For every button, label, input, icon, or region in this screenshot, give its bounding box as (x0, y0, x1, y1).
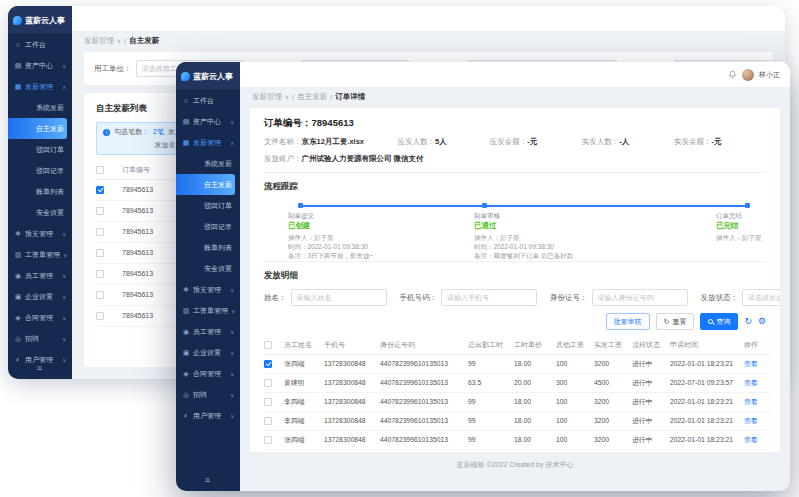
gear-icon[interactable]: ⚙ (758, 317, 766, 326)
cell-hours: 99 (468, 430, 514, 449)
sidebar-item[interactable]: ▤ 资产中心 ∨ (8, 55, 72, 76)
row-checkbox[interactable] (264, 398, 272, 406)
view-link[interactable]: 查看 (744, 398, 758, 405)
row-checkbox[interactable] (96, 207, 104, 215)
sidebar-item[interactable]: ▥ 工资单管理 ∨ (176, 300, 240, 321)
divider (264, 172, 766, 173)
sidebar-item[interactable]: 安全设置 (176, 258, 240, 279)
collapse-sidebar-icon[interactable]: ≡ (8, 363, 72, 373)
row-checkbox[interactable] (264, 360, 272, 368)
sidebar-item[interactable]: ◐ 用户管理 ∨ (176, 405, 240, 426)
sidebar-item[interactable]: ⌂ 工作台 (176, 90, 240, 111)
footer-text: 蓝薪模板 ©2022 Created by 技术中心 (250, 452, 780, 470)
row-checkbox[interactable] (96, 270, 104, 278)
row-checkbox[interactable] (96, 312, 104, 320)
breadcrumb-mid[interactable]: 自主发薪 (297, 92, 327, 102)
column-header: 其他工资 (556, 336, 594, 354)
bell-icon[interactable] (728, 70, 737, 79)
collapse-sidebar-icon[interactable]: ≡ (176, 475, 240, 485)
table-row[interactable]: 张四端 13728300848 440782399610135013 99 18… (264, 354, 770, 373)
cell-actual-pay: 4500 (594, 373, 632, 392)
sidebar-item-label: 企业设置 (25, 292, 53, 302)
table-row[interactable]: 李四端 13728300848 440782399610135013 99 18… (264, 411, 770, 430)
timeline-step: 制单提交 已创建 操作人：彭子星 时间：2022-01-01 09:38:30 … (288, 211, 373, 260)
cell-status: 进行中 (632, 430, 670, 449)
batch-audit-button[interactable]: 批量审核 (606, 313, 650, 330)
cell-employee-name: 黄继明 (284, 373, 324, 392)
row-checkbox[interactable] (96, 186, 104, 194)
sidebar-item[interactable]: 账单列表 (8, 181, 72, 202)
breadcrumb-separator: / (292, 93, 294, 102)
view-link[interactable]: 查看 (744, 360, 758, 367)
sidebar-item[interactable]: ❖ 预支管理 ∨ (176, 279, 240, 300)
row-checkbox[interactable] (96, 228, 104, 236)
sidebar-item-label: 驳回记录 (36, 166, 64, 176)
row-checkbox[interactable] (264, 379, 272, 387)
select-all-checkbox[interactable] (96, 166, 104, 174)
phone-input[interactable]: 请输入手机号 (441, 289, 537, 306)
row-checkbox[interactable] (264, 417, 272, 425)
reset-button[interactable]: ↻重置 (656, 313, 695, 330)
filter-label: 姓名： (264, 293, 287, 303)
row-checkbox[interactable] (96, 249, 104, 257)
sidebar-item[interactable]: ◎ 招聘 ∨ (8, 328, 72, 349)
sidebar-item[interactable]: 驳回订单 (176, 195, 240, 216)
idcard-input[interactable]: 请输入身份证号码 (592, 289, 688, 306)
sidebar-item[interactable]: ❖ 预支管理 ∨ (8, 223, 72, 244)
table-row[interactable]: 张四端 13728300848 440782399610135013 99 18… (264, 430, 770, 449)
sidebar-item[interactable]: 账单列表 (176, 237, 240, 258)
column-header: 实发工资 (594, 336, 632, 354)
chevron-icon: ∨ (62, 314, 66, 320)
sidebar-item[interactable]: 自主发薪 (176, 174, 235, 195)
breadcrumb-root[interactable]: 发薪管理 (252, 92, 282, 102)
sidebar-item[interactable]: ▦ 发薪管理 ∧ (176, 132, 240, 153)
avatar[interactable] (742, 69, 754, 81)
sidebar-item[interactable]: ◉ 员工管理 ∨ (176, 321, 240, 342)
timeline-dot (298, 203, 303, 208)
sidebar-item[interactable]: 驳回订单 (8, 139, 72, 160)
sidebar-item[interactable]: ◎ 招聘 ∨ (176, 384, 240, 405)
placeholder: 请输入身份证号码 (598, 293, 654, 303)
view-link[interactable]: 查看 (744, 417, 758, 424)
payout-status-select[interactable]: 请选择发放状态∨ (742, 289, 780, 306)
breadcrumb-root[interactable]: 发薪管理 (84, 36, 114, 46)
row-checkbox[interactable] (264, 436, 272, 444)
sidebar-item[interactable]: ▣ 企业设置 ∨ (176, 342, 240, 363)
row-checkbox[interactable] (96, 291, 104, 299)
name-input[interactable]: 请输入姓名 (291, 289, 387, 306)
cell-phone: 13728300848 (324, 430, 380, 449)
sidebar-item[interactable]: 驳回记录 (176, 216, 240, 237)
sidebar-item[interactable]: 驳回记录 (8, 160, 72, 181)
sidebar-item[interactable]: ◉ 员工管理 ∨ (8, 265, 72, 286)
table-row[interactable]: 黄继明 13728300848 440782399610135013 63.5 … (264, 373, 770, 392)
sidebar-item[interactable]: ▥ 工资单管理 ∨ (8, 244, 72, 265)
view-link[interactable]: 查看 (744, 436, 758, 443)
user-name[interactable]: 林小正 (759, 70, 780, 80)
view-link[interactable]: 查看 (744, 379, 758, 386)
recruitment-icon: ◎ (14, 335, 22, 343)
refresh-icon[interactable]: ↻ (744, 317, 752, 326)
sidebar-item[interactable]: ◈ 合同管理 ∨ (8, 307, 72, 328)
sidebar-item-label: 系统发薪 (204, 159, 232, 169)
select-all-checkbox[interactable] (264, 341, 272, 349)
brand-name: 蓝薪云人事 (25, 15, 65, 26)
sidebar-item[interactable]: ▣ 企业设置 ∨ (8, 286, 72, 307)
search-button[interactable]: 查询 (700, 313, 738, 330)
recruitment-icon: ◎ (182, 391, 190, 399)
sidebar-item[interactable]: 系统发薪 (176, 153, 240, 174)
table-row[interactable]: 李四端 13728300848 440782399610135013 99 18… (264, 392, 770, 411)
sidebar-item-label: 招聘 (193, 390, 207, 400)
sidebar-item[interactable]: ▤ 资产中心 ∨ (176, 111, 240, 132)
contract-management-icon: ◈ (182, 370, 190, 378)
cell-other-pay: 100 (556, 411, 594, 430)
column-header: 工时单价 (514, 336, 556, 354)
sidebar-item[interactable]: 自主发薪 (8, 118, 67, 139)
cell-other-pay: 100 (556, 430, 594, 449)
sidebar-item[interactable]: 系统发薪 (8, 97, 72, 118)
sidebar-item[interactable]: ▦ 发薪管理 ∧ (8, 76, 72, 97)
cell-idcard: 440782399610135013 (380, 373, 468, 392)
sidebar-item[interactable]: ⌂ 工作台 (8, 34, 72, 55)
cell-hours: 99 (468, 411, 514, 430)
sidebar-item[interactable]: 安全设置 (8, 202, 72, 223)
sidebar-item[interactable]: ◈ 合同管理 ∨ (176, 363, 240, 384)
